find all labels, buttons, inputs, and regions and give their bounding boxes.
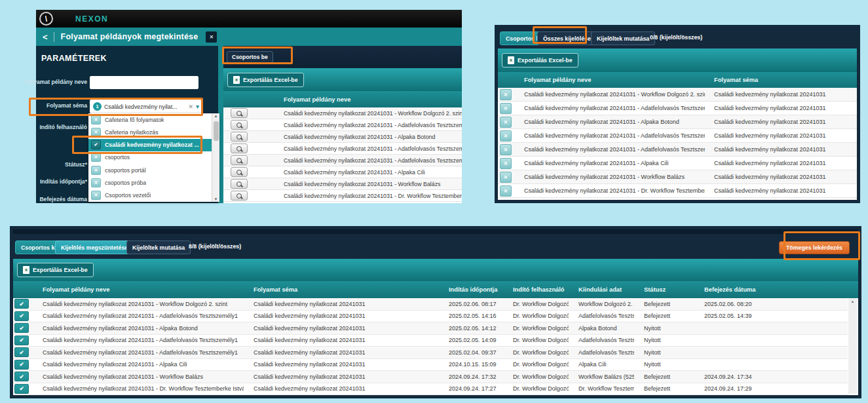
instance-name-cell: Családi kedvezmény nyilatkozat 20241031 … [33, 361, 244, 368]
dropdown-option[interactable]: Cafeteria fő folyamatok [88, 113, 212, 126]
kijeloltek-mutatasa-button[interactable]: Kijelöltek mutatása [591, 31, 655, 45]
selection-action-bar: Csoportos ki Kijelölés megszüntetése Kij… [13, 229, 858, 259]
export-excel-button[interactable]: Exportálás Excel-be [227, 73, 304, 87]
export-toolbar: Exportálás Excel-be [223, 68, 462, 91]
scroll-down-icon[interactable]: ▼ [212, 197, 219, 201]
table-row: ✔ Családi kedvezmény nyilatkozat 2024103… [13, 311, 848, 323]
scroll-up-icon[interactable]: ▲ [212, 114, 219, 118]
source-data-cell: Adatfelolvasós Tesztszemély1 ... [569, 349, 634, 356]
deselect-row-button[interactable]: ✕ [500, 158, 512, 169]
magnifier-icon [236, 158, 242, 163]
dropdown-scrollbar[interactable]: ▲ ▼ [212, 113, 219, 202]
kijeloles-megszuntetese-button[interactable]: Kijelölés megszüntetése [55, 240, 134, 254]
magnifier-button[interactable] [231, 167, 248, 177]
table-scrollbar[interactable]: ▲ [848, 298, 857, 394]
instance-name-input[interactable] [90, 76, 198, 89]
option-checkbox-icon[interactable] [91, 191, 101, 200]
option-checkbox-icon[interactable] [91, 140, 101, 149]
scroll-up-icon[interactable]: ▲ [848, 299, 857, 303]
result-list-area: Csoportos be Exportálás Excel-be Folyama… [223, 46, 462, 203]
starter-user-cell: Dr. Workflow Dolgozó 1. szint [503, 301, 569, 307]
export-excel-button[interactable]: Exportálás Excel-be [17, 263, 94, 277]
table-header: Folyamat példány neve Folyamat séma Indí… [13, 281, 858, 298]
deselect-row-button[interactable]: ✕ [500, 103, 512, 114]
row-actions [223, 144, 282, 153]
deselect-row-button[interactable]: ✕ [500, 117, 512, 128]
magnifier-button[interactable] [231, 179, 248, 189]
status-cell: Befejezett [634, 313, 694, 319]
selected-check-button[interactable]: ✔ [14, 323, 29, 333]
status-cell: Nyitott [634, 361, 694, 368]
selected-check-button[interactable]: ✔ [14, 384, 29, 394]
excel-icon [508, 56, 514, 64]
table-row: ✕ Családi kedvezmény nyilatkozat 2024103… [498, 129, 857, 143]
column-header-source: Kiindulási adat [569, 286, 634, 293]
schema-dropdown-list: Cafeteria fő folyamatok Cafeteria nyilat… [88, 113, 219, 202]
selected-check-button[interactable]: ✔ [14, 372, 29, 381]
kijeloltek-mutatasa-button[interactable]: Kijelöltek mutatása [126, 240, 191, 254]
dropdown-option[interactable]: csoportos próba [88, 176, 212, 189]
starter-user-cell: Dr. Workflow Dolgozó 1. szint [503, 374, 569, 380]
row-actions [223, 191, 282, 201]
option-checkbox-icon[interactable] [91, 178, 101, 187]
column-header-schema: Folyamat séma [705, 77, 857, 83]
dropdown-option[interactable]: Csoportos vezetői [88, 189, 212, 202]
selected-check-button[interactable]: ✔ [14, 360, 29, 370]
table-header: Folyamat példány neve Folyamat séma [498, 72, 857, 88]
magnifier-button[interactable] [231, 191, 248, 201]
dropdown-option[interactable]: csoportos portál [88, 164, 212, 176]
option-checkbox-icon[interactable] [91, 166, 101, 175]
chevron-down-icon[interactable]: ▾ [196, 104, 199, 110]
csoportos-be-button[interactable]: Csoportos be [227, 51, 273, 63]
back-icon[interactable]: < [43, 32, 48, 42]
instance-name-cell: Családi kedvezmény nyilatkozat 20241031 … [282, 181, 462, 187]
export-excel-button[interactable]: Exportálás Excel-be [502, 53, 578, 67]
table-row: ✕ Családi kedvezmény nyilatkozat 2024103… [498, 157, 857, 170]
scroll-thumb[interactable] [214, 121, 219, 141]
deselect-row-button[interactable]: ✕ [500, 144, 512, 155]
deselect-row-button[interactable]: ✕ [500, 89, 512, 100]
magnifier-button[interactable] [231, 120, 248, 130]
schema-cell: Családi kedvezmény nyilatkozat 20241031 [244, 325, 439, 332]
export-excel-label: Exportálás Excel-be [33, 267, 88, 273]
table-row: Családi kedvezmény nyilatkozat 20241031 … [223, 119, 462, 131]
selected-check-button[interactable]: ✔ [14, 336, 29, 345]
column-header-name: Folyamat példány neve [284, 96, 350, 103]
deselect-row-button[interactable]: ✕ [500, 185, 512, 197]
instance-name-cell: Családi kedvezmény nyilatkozat 20241031 … [515, 160, 705, 166]
dropdown-option[interactable]: Cafeteria nyilatkozás [88, 126, 212, 138]
close-tab-icon[interactable]: ✕ [206, 31, 217, 43]
option-checkbox-icon[interactable] [91, 115, 101, 125]
app-header: \ NEXON [36, 10, 462, 28]
magnifier-button[interactable] [231, 155, 248, 165]
clear-selection-icon[interactable]: ✕ [188, 104, 193, 110]
selected-check-button[interactable]: ✔ [14, 311, 29, 321]
panel-selection-list: Csoportos ki Összes kijelölése Kijelölte… [495, 25, 860, 203]
starter-user-cell: Dr. Workflow Dolgozó 1. szint [503, 349, 569, 356]
starter-user-cell: Dr. Workflow Dolgozó 1. szint [503, 361, 569, 368]
instance-name-cell: Családi kedvezmény nyilatkozat 20241031 … [515, 119, 705, 125]
selected-check-button[interactable]: ✔ [14, 299, 29, 309]
panel-bulk-query: Csoportos ki Kijelölés megszüntetése Kij… [10, 226, 861, 398]
magnifier-button[interactable] [231, 132, 248, 142]
magnifier-button[interactable] [231, 108, 248, 118]
osszes-kijelolese-button[interactable]: Összes kijelölése [537, 31, 597, 45]
excel-icon [233, 76, 240, 84]
status-cell: Befejezett [634, 374, 694, 380]
start-time-cell: 2024.09.24. 17:27 [439, 385, 503, 392]
option-checkbox-icon[interactable] [91, 153, 101, 162]
dropdown-option[interactable]: csoportos [88, 151, 212, 164]
field-label-starter-user: Indító felhasználó [39, 124, 87, 130]
option-checkbox-icon[interactable] [91, 128, 101, 137]
starter-user-cell: Dr. Workflow Dolgozó 1. szint [503, 313, 569, 319]
schema-combobox[interactable]: 1 Családi kedvezmény nyilat... ✕ ▾ [90, 100, 202, 113]
deselect-row-button[interactable]: ✕ [500, 130, 512, 142]
selected-check-button[interactable]: ✔ [14, 347, 29, 357]
magnifier-button[interactable] [231, 144, 248, 153]
dropdown-option[interactable]: Családi kedvezmény nyilatkozat ... [88, 139, 212, 151]
schema-cell: Családi kedvezmény nyilatkozat 20241031 [244, 301, 439, 307]
instance-name-cell: Családi kedvezmény nyilatkozat 20241031 … [282, 157, 462, 164]
deselect-row-button[interactable]: ✕ [500, 172, 512, 183]
status-cell: Nyitott [634, 337, 694, 343]
tomeges-lekerdezes-button[interactable]: Tömeges lekérdezés [779, 241, 850, 254]
